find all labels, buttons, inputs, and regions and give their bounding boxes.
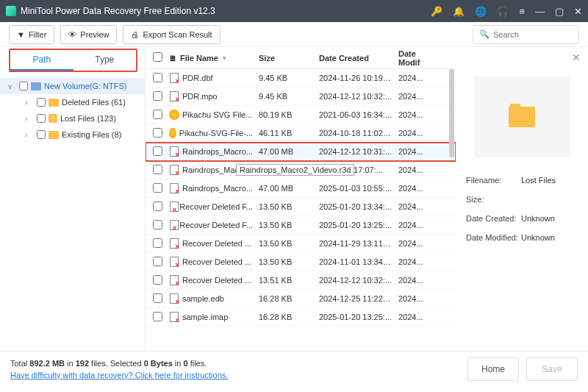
chevron-right-icon[interactable]: ›	[25, 99, 34, 107]
help-link[interactable]: Have difficulty with data recovery? Clic…	[10, 371, 228, 379]
row-checkbox[interactable]	[153, 257, 162, 266]
close-icon[interactable]: ✕	[574, 6, 582, 17]
sidebar: Path Type ∨ New Volume(G: NTFS) › Delete…	[0, 47, 146, 351]
question-folder-icon: ?	[49, 114, 57, 123]
table-row[interactable]: Recover Deleted ...13.51 KB2024-12-12 10…	[146, 271, 456, 290]
row-checkbox[interactable]	[153, 312, 162, 321]
chevron-right-icon[interactable]: ›	[25, 115, 34, 123]
file-date-modified: 2024...	[395, 313, 434, 321]
eye-icon: 👁	[68, 30, 76, 39]
file-name: sample.imap	[182, 313, 228, 321]
column-size[interactable]: Size	[256, 54, 316, 63]
table-row[interactable]: Recover Deleted ...13.50 KB2024-11-01 13…	[146, 253, 456, 271]
tab-type[interactable]: Type	[74, 50, 137, 71]
file-date-created: 2024-12-12 10:32:...	[316, 276, 395, 285]
tree-lost[interactable]: › ? Lost Files (123)	[0, 110, 145, 126]
chevron-right-icon[interactable]: ›	[25, 131, 34, 139]
globe-icon[interactable]: 🌐	[475, 6, 487, 17]
table-row[interactable]: Recover Deleted F...13.50 KB2025-01-20 1…	[146, 198, 456, 216]
tree-checkbox[interactable]	[37, 114, 46, 123]
row-checkbox[interactable]	[153, 110, 162, 119]
file-name: sample.edb	[182, 294, 224, 303]
file-date-created: 2024-12-12 10:32:...	[316, 92, 395, 101]
close-preview-icon[interactable]: ✕	[572, 51, 581, 63]
column-date-created[interactable]: Date Created	[316, 54, 395, 63]
toolbar: ▼Filter 👁Preview 🖨Export Scan Result 🔍	[0, 22, 588, 47]
preview-button[interactable]: 👁Preview	[60, 25, 117, 44]
row-checkbox[interactable]	[153, 183, 162, 193]
file-icon	[169, 220, 176, 230]
row-checkbox[interactable]	[153, 275, 162, 285]
table-row[interactable]: Recover Deleted ...13.50 KB2024-11-29 13…	[146, 235, 456, 253]
file-date-modified: 2024...	[395, 239, 434, 248]
file-date-modified: 2024...	[395, 257, 434, 266]
minimize-icon[interactable]: —	[535, 6, 545, 17]
table-row[interactable]: Pikachu SVG File...80.19 KB2021-06-03 16…	[146, 106, 456, 124]
tree-label: Deleted Files (61)	[62, 98, 126, 107]
column-headers: 🗎File Name▾ Size Date Created Date Modif	[146, 47, 456, 69]
filter-button[interactable]: ▼Filter	[9, 25, 54, 44]
tree-checkbox[interactable]	[37, 130, 46, 139]
file-date-created: 2025-01-03 10:55:...	[316, 184, 395, 193]
scrollbar[interactable]	[449, 69, 454, 290]
file-icon	[169, 183, 179, 193]
row-checkbox[interactable]	[153, 73, 162, 82]
file-icon	[169, 257, 179, 267]
row-checkbox[interactable]	[153, 165, 162, 174]
maximize-icon[interactable]: ▢	[555, 6, 564, 17]
tree-existing[interactable]: › Existing Files (8)	[0, 126, 145, 143]
file-name: Recover Deleted ...	[182, 276, 251, 285]
row-checkbox[interactable]	[153, 146, 162, 156]
row-checkbox[interactable]	[153, 128, 162, 138]
chevron-down-icon[interactable]: ∨	[7, 82, 16, 90]
value-date-modified: Unknown	[521, 233, 555, 242]
tree-checkbox[interactable]	[37, 98, 46, 107]
headset-icon[interactable]: 🎧	[497, 6, 509, 17]
tab-path[interactable]: Path	[10, 50, 74, 71]
bell-icon[interactable]: 🔔	[453, 6, 465, 17]
label-date-modified: Date Modified:	[466, 228, 521, 247]
tree-deleted[interactable]: › Deleted Files (61)	[0, 94, 145, 110]
table-row[interactable]: Pikachu-SVG-File-...46.11 KB2024-10-18 1…	[146, 124, 456, 143]
select-all-checkbox[interactable]	[153, 52, 162, 62]
column-date-modified[interactable]: Date Modif	[395, 49, 434, 67]
table-row[interactable]: Raindrops_Macro...47.00 MB2024-12-12 10:…	[146, 143, 456, 161]
file-date-modified: 2024...	[395, 276, 434, 285]
file-size: 46.11 KB	[256, 129, 316, 138]
tree-checkbox[interactable]	[19, 82, 28, 90]
key-icon[interactable]: 🔑	[431, 6, 442, 17]
file-date-modified: 2024...	[395, 129, 434, 138]
file-icon	[169, 312, 179, 322]
tree: ∨ New Volume(G: NTFS) › Deleted Files (6…	[0, 74, 145, 143]
scrollbar-thumb[interactable]	[449, 69, 454, 157]
file-date-created: 2025-01-20 13:25:...	[316, 313, 395, 321]
save-button[interactable]: Save	[526, 357, 578, 381]
app-title: MiniTool Power Data Recovery Free Editio…	[21, 6, 431, 16]
row-checkbox[interactable]	[153, 238, 162, 248]
row-checkbox[interactable]	[153, 220, 162, 229]
search-box[interactable]: 🔍	[473, 25, 579, 44]
sort-icon: ▾	[223, 54, 226, 62]
table-row[interactable]: sample.imap16.28 KB2025-01-20 13:25:...2…	[146, 308, 456, 327]
file-date-created: 2025-01-20 13:34:...	[316, 202, 395, 211]
table-row[interactable]: PDR.dbf9.45 KB2024-11-26 10:19:242024...	[146, 69, 456, 88]
row-checkbox[interactable]	[153, 293, 162, 303]
row-checkbox[interactable]	[153, 202, 162, 211]
row-checkbox[interactable]	[153, 91, 162, 101]
table-row[interactable]: Raindrops_Macro...47.00 MB2025-01-03 10:…	[146, 179, 456, 198]
label-date-created: Date Created:	[466, 209, 521, 228]
column-name[interactable]: 🗎File Name▾	[166, 54, 256, 63]
file-size: 16.28 KB	[256, 313, 316, 321]
table-row[interactable]: Recover Deleted F...13.50 KB2025-01-20 1…	[146, 216, 456, 235]
home-button[interactable]: Home	[467, 357, 519, 381]
file-size: 80.19 KB	[256, 110, 316, 119]
search-input[interactable]	[493, 30, 573, 39]
file-size: 13.50 KB	[256, 202, 316, 211]
export-button[interactable]: 🖨Export Scan Result	[123, 25, 220, 44]
table-row[interactable]: PDR.mpo9.45 KB2024-12-12 10:32:...2024..…	[146, 88, 456, 106]
file-name: Recover Deleted F...	[179, 202, 253, 211]
menu-icon[interactable]: ≡	[519, 6, 525, 17]
tree-root[interactable]: ∨ New Volume(G: NTFS)	[0, 78, 145, 94]
file-name: Recover Deleted ...	[182, 239, 251, 248]
table-row[interactable]: sample.edb16.28 KB2024-12-25 11:22:31202…	[146, 290, 456, 308]
